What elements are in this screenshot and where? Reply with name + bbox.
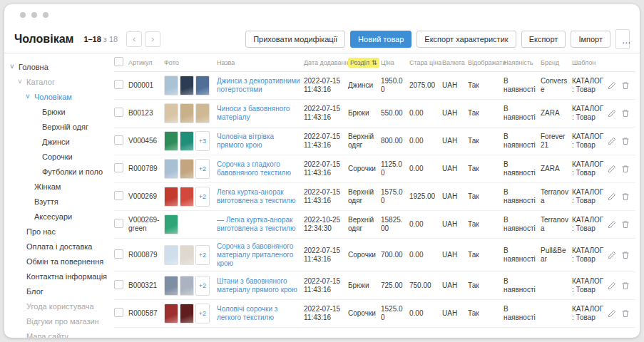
sort-icon[interactable]: ⇅ [372,59,377,66]
select-all-checkbox[interactable] [114,57,123,66]
row-checkbox[interactable] [114,308,123,317]
product-name-link[interactable]: Штани з бавовняного матеріалу прямого кр… [217,277,297,294]
hide-modifications-button[interactable]: Приховати модифікації [245,31,345,48]
column-header-old-price[interactable]: Стара ціна [409,59,442,66]
column-header-name[interactable]: Назва [217,59,304,66]
more-photos-badge[interactable]: +2 [195,276,210,296]
sidebar-item[interactable]: Контактна інформація [9,269,111,284]
column-header-photo[interactable]: Фото [164,59,217,66]
product-photo[interactable] [180,245,194,265]
delete-icon[interactable] [621,251,630,259]
sidebar-item[interactable]: Про нас [9,224,111,239]
product-photo[interactable] [164,276,178,296]
row-checkbox[interactable] [114,191,123,200]
sidebar-item[interactable]: Сорочки [9,149,111,164]
sidebar-item[interactable]: Відгуки про магазин [9,314,111,328]
edit-icon[interactable] [608,192,616,201]
product-photo[interactable] [164,304,178,323]
delete-icon[interactable] [621,137,630,145]
row-checkbox[interactable] [114,163,123,172]
sidebar-item[interactable]: ˅Чоловікам [9,89,111,104]
product-name-link[interactable]: — Легка куртка-анорак виготовлена з текс… [217,216,295,232]
sidebar-item[interactable]: Блог [9,284,111,299]
row-checkbox[interactable] [114,80,123,89]
sidebar-item[interactable]: Брюки [9,104,111,119]
column-header-article[interactable]: Артикул [128,59,164,66]
product-name-link[interactable]: Чиноси з бавовняного матеріалу [217,105,290,121]
new-product-button[interactable]: Новий товар [350,31,412,48]
delete-icon[interactable] [621,165,630,173]
more-photos-badge[interactable]: +2 [195,187,210,207]
row-checkbox[interactable] [114,249,123,259]
delete-icon[interactable] [621,220,630,229]
import-button[interactable]: Імпорт [571,31,610,48]
column-header-template[interactable]: Шаблон [572,59,608,66]
prev-page-button[interactable]: ‹ [126,31,142,47]
window-control-dot[interactable] [20,12,26,18]
sidebar-item[interactable]: Обмін та повернення [9,254,111,269]
column-header-brand[interactable]: Бренд [541,59,572,66]
product-photo[interactable] [180,276,194,296]
product-photo[interactable] [164,187,178,207]
edit-icon[interactable] [608,165,616,173]
sidebar-item[interactable]: Оплата і доставка [9,239,111,254]
product-photo[interactable] [164,159,178,179]
product-photo[interactable] [180,187,194,207]
sidebar-item[interactable]: Жінкам [9,179,111,194]
delete-icon[interactable] [621,309,630,318]
edit-icon[interactable] [608,137,616,145]
column-header-price[interactable]: Ціна [381,59,409,66]
product-photo[interactable] [180,131,194,151]
product-name-link[interactable]: Сорочка з бавовняного матеріалу притален… [217,242,293,267]
delete-icon[interactable] [621,81,630,90]
column-header-availability[interactable]: Наявність [504,59,541,66]
column-header-currency[interactable]: Валюта [442,59,468,66]
product-name-link[interactable]: Сорочка з гладкого бавовняного текстилю [217,160,291,177]
product-name-link[interactable]: Легка куртка-анорак виготовлена з тексти… [217,188,295,204]
product-photo[interactable] [164,131,178,151]
sidebar-item[interactable]: Аксесуари [9,209,111,224]
more-actions-button[interactable]: ⋯ [615,29,630,49]
product-photo[interactable] [195,103,210,123]
row-checkbox[interactable] [114,135,123,145]
sidebar-item[interactable]: ˅Головна [9,59,111,74]
product-photo[interactable] [164,103,178,123]
sidebar-item[interactable]: Мапа сайту [9,328,111,338]
delete-icon[interactable] [621,281,630,290]
sidebar-item[interactable]: Угода користувача [9,299,111,314]
column-header-display[interactable]: Відображати [468,59,504,66]
column-header-date[interactable]: Дата додавання [304,59,348,66]
sidebar-item[interactable]: Верхній одяг [9,119,111,134]
edit-icon[interactable] [608,220,616,229]
window-control-dot[interactable] [43,12,48,18]
product-photo[interactable] [180,159,194,179]
edit-icon[interactable] [608,309,616,318]
more-photos-badge[interactable]: +2 [195,159,210,179]
next-page-button[interactable]: › [145,31,160,47]
export-characteristics-button[interactable]: Експорт характеристик [416,31,516,48]
row-checkbox[interactable] [114,219,123,228]
delete-icon[interactable] [621,109,630,118]
edit-icon[interactable] [608,81,616,90]
export-button[interactable]: Експорт [521,31,566,48]
edit-icon[interactable] [608,251,616,259]
more-photos-badge[interactable]: +3 [195,131,210,151]
chevron-down-icon[interactable]: ˅ [18,78,26,86]
sidebar-item[interactable]: Джинси [9,134,111,149]
product-photo[interactable] [180,76,194,95]
more-photos-badge[interactable]: +2 [195,304,210,323]
window-control-dot[interactable] [31,12,37,18]
product-photo[interactable] [180,304,194,323]
sidebar-item[interactable]: ˅Каталог [9,74,111,89]
chevron-down-icon[interactable]: ˅ [26,93,34,100]
chevron-down-icon[interactable]: ˅ [10,63,19,71]
product-name-link[interactable]: Чоловічі сорочки з легкого текстилю [217,305,277,321]
delete-icon[interactable] [621,192,630,201]
product-name-link[interactable]: Джинси з декоративними потертостями [217,77,300,93]
product-photo[interactable] [180,103,194,123]
product-photo[interactable] [164,214,178,234]
edit-icon[interactable] [608,281,616,290]
product-name-link[interactable]: Чоловіча вітрівка прямого крою [217,133,274,149]
product-photo[interactable] [164,76,178,95]
edit-icon[interactable] [608,109,616,118]
